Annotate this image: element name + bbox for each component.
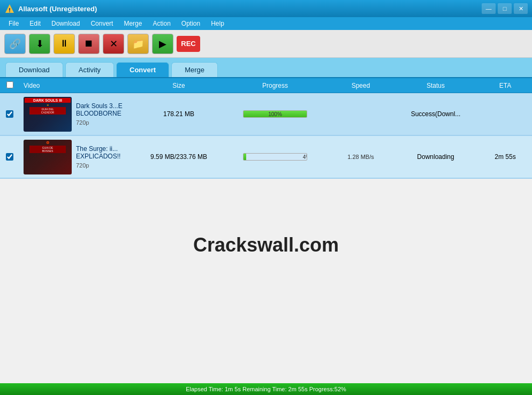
tabs-bar: DownloadActivityConvertMerge	[0, 58, 532, 78]
convert-button[interactable]: ▶	[152, 34, 173, 54]
table-header: Video Size Progress Speed Status ETA	[0, 78, 532, 93]
row1-progress-bar: 100%	[243, 110, 307, 118]
app-logo-icon	[4, 3, 15, 14]
row2-video-cell: ⚙ GUIA DEBOSSES The Surge: ii... EXPLICA…	[19, 140, 136, 174]
menubar-item-download[interactable]: Download	[47, 19, 84, 28]
window-controls: — □ ✕	[482, 3, 528, 14]
table-body: DARK SOULS III ⚔ GUIA DELCAZADOR Dark So…	[0, 93, 532, 179]
header-video: Video	[19, 82, 136, 89]
row2-progress-cell: 4% ⏸	[222, 153, 329, 161]
svg-point-2	[9, 11, 10, 12]
row2-video-info: The Surge: ii... EXPLICADOS!! 720p	[72, 145, 132, 169]
header-checkbox	[0, 81, 19, 90]
row2-resolution: 720p	[76, 162, 132, 169]
row1-thumbnail: DARK SOULS III ⚔ GUIA DELCAZADOR	[24, 97, 72, 132]
watermark: Crackswall.com	[193, 234, 339, 256]
header-speed: Speed	[329, 82, 393, 89]
titlebar: Allavsoft (Unregistered) — □ ✕	[0, 0, 532, 17]
close-button[interactable]: ✕	[514, 3, 528, 14]
row2-checkbox[interactable]	[6, 153, 13, 161]
menubar-item-merge[interactable]: Merge	[119, 19, 146, 28]
menubar-item-option[interactable]: Option	[177, 19, 204, 28]
row1-progress-fill: 100%	[244, 111, 307, 117]
row2-progress-bar: 4% ⏸	[243, 153, 307, 161]
header-eta: ETA	[478, 82, 532, 89]
row2-size: 9.59 MB/233.76 MB	[136, 153, 222, 161]
row1-resolution: 720p	[76, 119, 132, 126]
add-button[interactable]: 🔗	[4, 34, 26, 54]
row2-speed: 1.28 MB/s	[329, 154, 393, 160]
row1-progress-text: 100%	[244, 111, 307, 117]
delete-button[interactable]: ✕	[103, 34, 124, 54]
row1-checkbox[interactable]	[6, 110, 13, 118]
row2-progress-fill	[244, 154, 246, 160]
menubar-item-file[interactable]: File	[4, 19, 23, 28]
menubar-item-edit[interactable]: Edit	[25, 19, 45, 28]
row1-video-info: Dark Souls 3...E BLOODBORNE 720p	[72, 102, 132, 126]
select-all-checkbox[interactable]	[6, 81, 13, 88]
table-row: DARK SOULS III ⚔ GUIA DELCAZADOR Dark So…	[0, 93, 532, 136]
minimize-button[interactable]: —	[482, 3, 496, 14]
row2-checkbox-cell	[0, 153, 19, 161]
tab-activity[interactable]: Activity	[65, 62, 114, 77]
row2-status: Downloading	[393, 153, 478, 161]
tab-download[interactable]: Download	[5, 62, 63, 77]
app-title: Allavsoft (Unregistered)	[18, 5, 482, 13]
row1-title: Dark Souls 3...E BLOODBORNE	[76, 102, 132, 117]
table-row: ⚙ GUIA DEBOSSES The Surge: ii... EXPLICA…	[0, 136, 532, 179]
maximize-button[interactable]: □	[498, 3, 512, 14]
menubar-item-convert[interactable]: Convert	[86, 19, 117, 28]
tab-convert[interactable]: Convert	[116, 62, 169, 77]
row1-video-cell: DARK SOULS III ⚔ GUIA DELCAZADOR Dark So…	[19, 97, 136, 132]
row1-status: Success(Downl...	[393, 110, 478, 118]
row2-title: The Surge: ii... EXPLICADOS!!	[76, 145, 132, 160]
row1-size: 178.21 MB	[136, 110, 222, 118]
stop-button[interactable]: ⏹	[78, 34, 100, 54]
header-status: Status	[393, 82, 478, 89]
rec-button[interactable]: REC	[177, 36, 200, 52]
statusbar-text: Elapsed Time: 1m 5s Remaining Time: 2m 5…	[186, 386, 346, 392]
row2-progress-text: 4%	[275, 154, 307, 160]
svg-rect-1	[9, 8, 10, 11]
tab-merge[interactable]: Merge	[171, 62, 218, 77]
statusbar: Elapsed Time: 1m 5s Remaining Time: 2m 5…	[0, 383, 532, 395]
menubar: FileEditDownloadConvertMergeActionOption…	[0, 17, 532, 30]
folder-button[interactable]: 📁	[127, 34, 149, 54]
row1-progress-cell: 100%	[222, 110, 329, 118]
row1-checkbox-cell	[0, 110, 19, 118]
download-button[interactable]: ⬇	[29, 34, 50, 54]
header-progress: Progress	[222, 82, 329, 89]
header-size: Size	[136, 82, 222, 89]
row2-thumbnail: ⚙ GUIA DEBOSSES	[24, 140, 72, 174]
pause-button[interactable]: ⏸	[54, 34, 75, 54]
toolbar: 🔗⬇⏸⏹✕📁▶REC	[0, 30, 532, 58]
menubar-item-help[interactable]: Help	[207, 19, 229, 28]
row2-eta: 2m 55s	[478, 153, 532, 161]
menubar-item-action[interactable]: Action	[148, 19, 174, 28]
